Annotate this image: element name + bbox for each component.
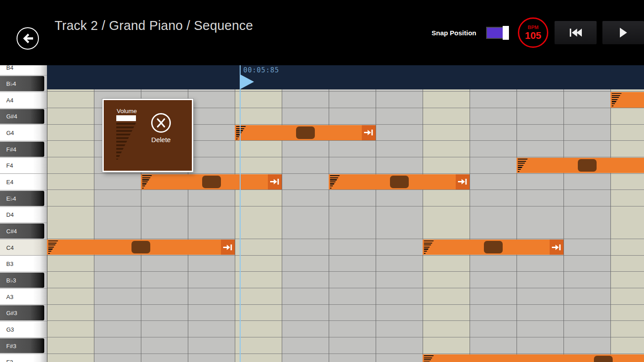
note-C4[interactable] <box>423 240 564 255</box>
piano-key-label: B♭3 <box>6 277 16 283</box>
arrow-to-bar-icon <box>552 244 561 251</box>
rewind-button[interactable] <box>555 21 597 44</box>
arrow-to-bar-icon <box>458 178 467 185</box>
piano-key-label: E4 <box>6 179 13 185</box>
delete-button[interactable]: Delete <box>141 113 181 157</box>
bpm-button[interactable]: BPM 105 <box>518 17 548 48</box>
piano-key-B♭4[interactable]: B♭4 <box>0 75 47 92</box>
piano-key-label: F#3 <box>6 342 16 349</box>
piano-key-B3[interactable]: B3 <box>0 255 47 272</box>
piano-key-label: C#4 <box>6 228 17 235</box>
piano-key-G3[interactable]: G3 <box>0 321 47 337</box>
piano-key-A3[interactable]: A3 <box>0 288 47 305</box>
piano-key-C#4[interactable]: C#4 <box>0 223 47 239</box>
back-button[interactable] <box>17 27 39 50</box>
toggle-thumb[interactable] <box>503 26 509 40</box>
skip-to-start-icon <box>568 28 583 37</box>
timeline-bar[interactable]: 00:05:85 <box>47 65 644 89</box>
delete-label: Delete <box>151 136 170 143</box>
note-drag-handle[interactable] <box>131 241 150 253</box>
piano-key-label: B3 <box>6 261 13 267</box>
app-header: Track 2 / Grand Piano / Sequence Snap Po… <box>0 0 644 65</box>
note-drag-handle[interactable] <box>202 176 221 188</box>
piano-key-D4[interactable]: D4 <box>0 206 47 223</box>
playhead-timestamp: 00:05:85 <box>243 66 279 74</box>
note-volume-fader-icon <box>142 175 152 189</box>
note-volume-fader-icon <box>424 240 434 254</box>
piano-key-label: A4 <box>6 97 13 103</box>
note-E4[interactable] <box>329 174 470 189</box>
volume-label: Volume <box>117 108 137 114</box>
page-title: Track 2 / Grand Piano / Sequence <box>55 18 253 33</box>
piano-key-label: G4 <box>6 130 14 136</box>
note-F4[interactable] <box>517 158 644 173</box>
note-context-menu: Volume Delete <box>102 99 193 172</box>
note-volume-fader-icon <box>612 93 622 107</box>
bpm-value: 105 <box>525 30 542 41</box>
piano-key-label: B♭4 <box>6 80 16 87</box>
piano-keyboard: B4B♭4A4G#4G4F#4F4E4E♭4D4C#4C4B3B♭3A3G#3G… <box>0 59 47 362</box>
arrow-to-bar-icon <box>270 178 280 185</box>
piano-key-label: D4 <box>6 211 14 218</box>
piano-key-F#3[interactable]: F#3 <box>0 337 47 354</box>
piano-key-F3[interactable]: F3 <box>0 354 47 362</box>
piano-key-E♭4[interactable]: E♭4 <box>0 190 47 206</box>
note-volume-fader-icon <box>236 126 246 140</box>
piano-key-label: G3 <box>6 326 14 333</box>
note-volume-fader-icon <box>424 355 434 362</box>
note-drag-handle[interactable] <box>484 241 503 253</box>
piano-key-G4[interactable]: G4 <box>0 124 47 141</box>
note-length-end-cap[interactable] <box>362 125 376 140</box>
piano-key-label: G#3 <box>6 310 17 316</box>
note-A4[interactable] <box>610 92 644 107</box>
piano-key-label: F4 <box>6 162 13 169</box>
note-F3[interactable] <box>423 354 644 362</box>
piano-key-B♭3[interactable]: B♭3 <box>0 272 47 288</box>
piano-key-E4[interactable]: E4 <box>0 173 47 190</box>
note-drag-handle[interactable] <box>296 126 315 139</box>
arrow-to-bar-icon <box>364 129 373 136</box>
piano-key-F#4[interactable]: F#4 <box>0 141 47 157</box>
piano-key-label: E♭4 <box>6 195 16 202</box>
note-volume-fader-icon <box>48 240 58 254</box>
playhead-line <box>240 65 241 362</box>
volume-fader-icon[interactable] <box>116 123 136 160</box>
note-volume-fader-icon <box>330 175 340 189</box>
note-volume-fader-icon <box>518 159 528 173</box>
note-E4[interactable] <box>141 174 282 189</box>
play-button[interactable] <box>602 21 644 44</box>
arrow-to-bar-icon <box>223 244 233 251</box>
bpm-label: BPM <box>528 25 538 30</box>
note-length-end-cap[interactable] <box>550 240 564 255</box>
snap-position-toggle[interactable] <box>486 27 509 39</box>
note-length-end-cap[interactable] <box>268 174 282 189</box>
note-drag-handle[interactable] <box>390 176 409 188</box>
piano-key-G#3[interactable]: G#3 <box>0 304 47 321</box>
piano-key-A4[interactable]: A4 <box>0 92 47 108</box>
play-icon <box>619 28 627 38</box>
back-arrow-icon <box>21 33 34 44</box>
piano-key-label: A3 <box>6 293 13 300</box>
note-length-end-cap[interactable] <box>456 174 470 189</box>
note-G4[interactable] <box>235 125 376 140</box>
piano-key-label: F3 <box>6 359 13 362</box>
piano-key-G#4[interactable]: G#4 <box>0 108 47 125</box>
playhead-marker[interactable] <box>241 75 254 89</box>
delete-circle-x-icon <box>151 113 171 133</box>
note-C4[interactable] <box>47 240 235 255</box>
snap-position-label: Snap Position <box>432 29 476 37</box>
piano-key-label: C4 <box>6 244 14 251</box>
piano-key-C4[interactable]: C4 <box>0 239 47 256</box>
volume-level-bar[interactable] <box>116 115 136 121</box>
note-drag-handle[interactable] <box>594 356 613 362</box>
note-drag-handle[interactable] <box>578 159 597 172</box>
piano-key-label: G#4 <box>6 113 17 120</box>
piano-key-label: F#4 <box>6 146 16 152</box>
note-length-end-cap[interactable] <box>221 240 235 255</box>
piano-key-F4[interactable]: F4 <box>0 157 47 174</box>
